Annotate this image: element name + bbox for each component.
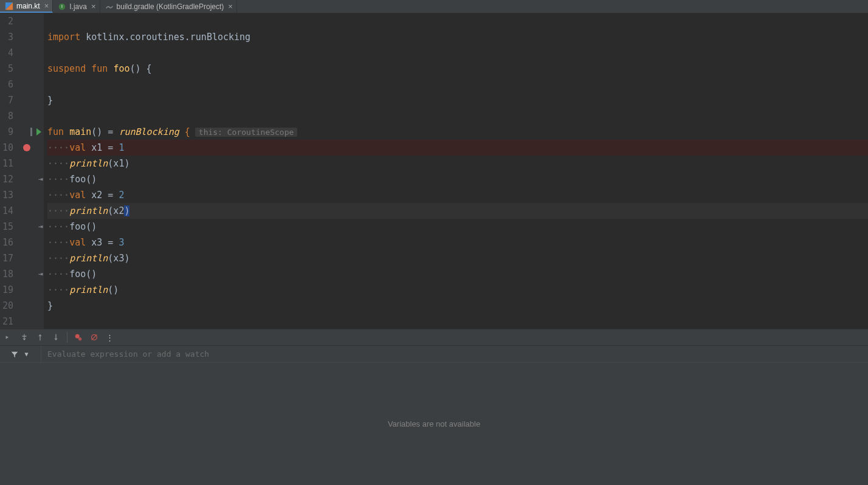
- suspend-icon[interactable]: ⇥: [38, 266, 41, 282]
- gutter-line[interactable]: 12⇥: [0, 171, 44, 187]
- editor-tabs: main.kt × I I.java × build.gradle (Kotli…: [0, 0, 868, 13]
- line-number: 10: [1, 140, 13, 156]
- code-line[interactable]: ····foo(): [47, 171, 868, 187]
- variables-panel: Variables are not available: [0, 363, 868, 485]
- run-gutter-icon[interactable]: [30, 128, 41, 136]
- gutter-line[interactable]: 9: [0, 124, 44, 140]
- code-editor[interactable]: 23456789101112⇥131415⇥161718⇥192021 impo…: [0, 13, 868, 329]
- gutter-line[interactable]: 17: [0, 250, 44, 266]
- gutter-line[interactable]: 16: [0, 235, 44, 250]
- gutter-line[interactable]: 6: [0, 77, 44, 92]
- svg-marker-8: [54, 339, 57, 341]
- breakpoint-icon[interactable]: [23, 144, 30, 151]
- suspend-icon[interactable]: ⇥: [38, 219, 41, 235]
- tab-i-java[interactable]: I I.java ×: [53, 0, 100, 13]
- gutter-line[interactable]: 21: [0, 314, 44, 329]
- line-number: 8: [1, 108, 13, 124]
- gutter-line[interactable]: 7: [0, 92, 44, 108]
- run-to-cursor-icon[interactable]: [51, 332, 61, 342]
- line-number: 4: [1, 45, 13, 61]
- separator: [67, 332, 67, 343]
- code-line[interactable]: fun main() = runBlocking {this: Coroutin…: [47, 124, 868, 140]
- code-line[interactable]: ····foo(): [47, 219, 868, 235]
- gutter-line[interactable]: 15⇥: [0, 219, 44, 235]
- code-line[interactable]: ····val x2 = 2: [47, 187, 868, 203]
- line-number: 20: [1, 298, 13, 314]
- inlay-hint: this: CoroutineScope: [195, 128, 298, 137]
- more-icon[interactable]: ⋮: [105, 332, 115, 342]
- line-number: 6: [1, 77, 13, 92]
- step-into-icon[interactable]: [19, 332, 29, 342]
- svg-marker-13: [11, 351, 18, 357]
- line-number: 15: [1, 219, 13, 235]
- watch-filter-controls: ▼: [0, 346, 41, 362]
- code-line[interactable]: [47, 108, 868, 124]
- code-area[interactable]: import kotlinx.coroutines.runBlockingsus…: [44, 13, 868, 329]
- gutter-line[interactable]: 20: [0, 298, 44, 314]
- variables-empty-text: Variables are not available: [388, 419, 480, 428]
- debug-toolbar: ⋮: [0, 329, 868, 346]
- gutter-line[interactable]: 4: [0, 45, 44, 61]
- suspend-icon[interactable]: ⇥: [38, 171, 41, 187]
- line-number: 2: [1, 13, 13, 29]
- code-line[interactable]: [47, 45, 868, 61]
- line-number: 17: [1, 250, 13, 266]
- code-line[interactable]: ····println(x2): [47, 203, 868, 219]
- tab-label: build.gradle (KotlinGradleProject): [117, 2, 224, 11]
- line-number: 7: [1, 92, 13, 108]
- tab-label: main.kt: [16, 2, 40, 10]
- gutter-line[interactable]: 2: [0, 13, 44, 29]
- line-number: 5: [1, 61, 13, 77]
- gutter-line[interactable]: 19: [0, 282, 44, 298]
- gutter-line[interactable]: 11: [0, 156, 44, 171]
- close-icon[interactable]: ×: [91, 2, 96, 10]
- step-out-icon[interactable]: [35, 332, 45, 342]
- close-icon[interactable]: ×: [44, 2, 49, 10]
- line-number: 12: [1, 171, 13, 187]
- step-over-icon[interactable]: [4, 332, 13, 342]
- code-line[interactable]: }: [47, 92, 868, 108]
- svg-text:I: I: [61, 4, 63, 9]
- close-icon[interactable]: ×: [228, 2, 233, 10]
- svg-point-9: [75, 334, 80, 339]
- code-line[interactable]: ····println(): [47, 282, 868, 298]
- svg-marker-5: [6, 335, 9, 339]
- code-line[interactable]: [47, 13, 868, 29]
- line-number: 18: [1, 266, 13, 282]
- code-line[interactable]: ····val x3 = 3: [47, 235, 868, 250]
- code-line[interactable]: ····foo(): [47, 266, 868, 282]
- gutter-line[interactable]: 13: [0, 187, 44, 203]
- code-line[interactable]: suspend fun foo() {: [47, 61, 868, 77]
- line-number: 16: [1, 235, 13, 250]
- tab-main-kt[interactable]: main.kt ×: [0, 0, 53, 13]
- svg-marker-6: [22, 339, 26, 341]
- gutter-line[interactable]: 10: [0, 140, 44, 156]
- code-line[interactable]: import kotlinx.coroutines.runBlocking: [47, 29, 868, 45]
- code-line[interactable]: ····println(x1): [47, 156, 868, 171]
- kotlin-icon: [5, 2, 13, 10]
- line-number: 21: [1, 314, 13, 329]
- code-line[interactable]: ····println(x3): [47, 250, 868, 266]
- line-number: 14: [1, 203, 13, 219]
- gutter-line[interactable]: 5: [0, 61, 44, 77]
- code-line[interactable]: [47, 77, 868, 92]
- editor-gutter[interactable]: 23456789101112⇥131415⇥161718⇥192021: [0, 13, 44, 329]
- gutter-line[interactable]: 3: [0, 29, 44, 45]
- mute-breakpoints-icon[interactable]: [89, 332, 99, 342]
- tab-build-gradle[interactable]: build.gradle (KotlinGradleProject) ×: [100, 0, 237, 13]
- gutter-line[interactable]: 8: [0, 108, 44, 124]
- gutter-line[interactable]: 14: [0, 203, 44, 219]
- code-line[interactable]: ····val x1 = 1: [47, 140, 868, 156]
- code-line[interactable]: [47, 314, 868, 329]
- gutter-line[interactable]: 18⇥: [0, 266, 44, 282]
- java-icon: I: [58, 2, 66, 11]
- code-line[interactable]: }: [47, 298, 868, 314]
- evaluate-icon[interactable]: [74, 332, 83, 342]
- filter-icon[interactable]: [10, 349, 19, 359]
- svg-marker-7: [38, 334, 41, 337]
- chevron-down-icon[interactable]: ▼: [22, 349, 32, 359]
- line-number: 11: [1, 156, 13, 171]
- watch-input[interactable]: [41, 346, 868, 362]
- gradle-icon: [105, 2, 114, 11]
- debug-panel: ⋮ ▼ Variables are not available: [0, 329, 868, 485]
